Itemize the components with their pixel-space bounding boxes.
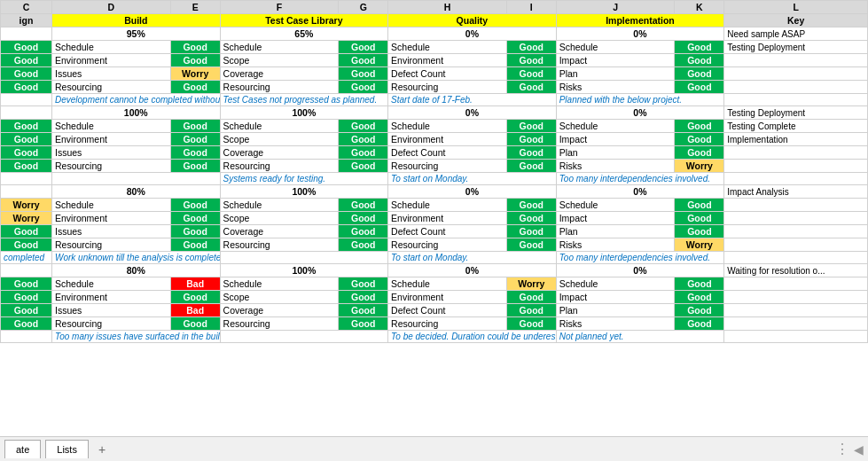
key-empty1 (724, 54, 868, 67)
pct-test3-val: 100% (220, 185, 388, 199)
note-empty1 (1, 94, 52, 106)
key-empty6 (724, 160, 868, 173)
status-good-s2-5: Good (675, 120, 724, 133)
status-worry-r2: Worry (675, 160, 724, 173)
status-good-e4-2: Good (170, 291, 220, 304)
label-schedule-j2: Schedule (556, 120, 675, 133)
note-dev-cannot: Development cannot be completed without … (51, 94, 220, 106)
pct-test1-val: 65% (220, 27, 388, 41)
label-plan-j3: Plan (556, 225, 675, 238)
scroll-indicator: ⋮ (835, 441, 849, 457)
label-impact-j2: Impact (556, 133, 675, 146)
label-coverage-f3: Coverage (220, 225, 339, 238)
col-d-header: D (51, 1, 170, 14)
pct-build3 (1, 185, 52, 199)
label-env-2: Environment (51, 133, 170, 146)
label-scope-f2: Scope (220, 133, 339, 146)
status-good-i2-1: Good (1, 146, 52, 160)
pct-build2 (1, 106, 52, 120)
pct-build1-val: 95% (51, 27, 220, 41)
col-c-header: C (1, 1, 52, 14)
label-schedule-f4: Schedule (220, 277, 339, 291)
col-k-header: K (675, 1, 724, 14)
status-good-r2-2: Good (170, 160, 220, 173)
status-good-s2-2: Good (170, 120, 220, 133)
label-coverage-f2: Coverage (220, 146, 339, 160)
status-good-res1: Good (1, 81, 52, 94)
label-resourcing-3: Resourcing (51, 238, 170, 252)
status-good-i2-3: Good (339, 146, 388, 160)
label-resourcing-f2: Resourcing (220, 160, 339, 173)
label-resourcing-h3: Resourcing (388, 238, 507, 252)
label-resourcing-h2: Resourcing (388, 160, 507, 173)
pct-quality4-val: 0% (388, 264, 557, 277)
note-empty-build2 (51, 173, 220, 185)
label-scope-f3: Scope (220, 212, 339, 225)
status-good-scope1: Good (339, 54, 388, 67)
status-good-e4-5: Good (675, 291, 724, 304)
status-good-r4-2: Good (170, 317, 220, 331)
status-good-r2-3: Good (339, 160, 388, 173)
col-h-header: H (388, 1, 507, 14)
status-good-e3-5: Good (675, 212, 724, 225)
status-bad-s4: Bad (170, 277, 220, 291)
label-resourcing-f3: Resourcing (220, 238, 339, 252)
tab-lists[interactable]: Lists (45, 440, 89, 458)
status-worry-1: Worry (170, 67, 220, 81)
pct-impl3-val: 0% (556, 185, 724, 199)
label-schedule-1: Schedule (51, 41, 170, 54)
bottom-bar: ate Lists + ⋮ ◀ (0, 436, 868, 461)
status-good-i4-1: Good (1, 304, 52, 317)
key-empty8 (724, 199, 868, 212)
scroll-right-indicator: ◀ (854, 442, 864, 457)
label-coverage-f4: Coverage (220, 304, 339, 317)
note-empty-f4 (220, 331, 388, 343)
col-e-header: E (170, 1, 220, 14)
status-good-e2-2: Good (170, 133, 220, 146)
status-good-env2: Good (170, 54, 220, 67)
label-resourcing-2: Resourcing (51, 160, 170, 173)
status-good-r4-4: Good (506, 317, 556, 331)
status-good-e4-4: Good (506, 291, 556, 304)
key-empty17 (724, 331, 868, 343)
label-impact-j4: Impact (556, 291, 675, 304)
label-resourcing-4: Resourcing (51, 317, 170, 331)
status-worry-s3-1: Worry (1, 199, 52, 212)
pct-impl2-val: 0% (556, 106, 724, 120)
label-resourcing-f4: Resourcing (220, 317, 339, 331)
status-good-e3-3: Good (339, 212, 388, 225)
label-scope-f4: Scope (220, 291, 339, 304)
label-schedule-f2: Schedule (220, 120, 339, 133)
label-resourcing-f1: Resourcing (220, 81, 339, 94)
build-header: Build (51, 14, 220, 27)
label-issues-3: Issues (51, 225, 170, 238)
key-testing-complete: Testing Complete (724, 120, 868, 133)
pct-build1 (1, 27, 52, 41)
status-good-e2-5: Good (675, 133, 724, 146)
key-empty4 (724, 94, 868, 106)
label-resourcing-1: Resourcing (51, 81, 170, 94)
status-good-impact1: Good (675, 54, 724, 67)
pct-quality3-val: 0% (388, 185, 557, 199)
key-empty13 (724, 277, 868, 291)
status-worry-r3: Worry (675, 238, 724, 252)
note-start-monday: To start on Monday. (388, 173, 557, 185)
label-schedule-2: Schedule (51, 120, 170, 133)
tab-ate[interactable]: ate (4, 440, 41, 458)
status-good-r4-5: Good (675, 317, 724, 331)
key-empty9 (724, 212, 868, 225)
label-env-h1: Environment (388, 54, 507, 67)
spreadsheet: C D E F G H I J K L ign Build Test Case … (0, 0, 868, 461)
note-empty2 (1, 173, 52, 185)
label-plan-j1: Plan (556, 67, 675, 81)
status-good-r3-2: Good (170, 238, 220, 252)
pct-impl4-val: 0% (556, 264, 724, 277)
label-schedule-4: Schedule (51, 277, 170, 291)
label-schedule-h2: Schedule (388, 120, 507, 133)
label-env-h3: Environment (388, 212, 507, 225)
add-tab-button[interactable]: + (93, 441, 111, 458)
status-good-e4-3: Good (339, 291, 388, 304)
status-good-i3-3: Good (339, 225, 388, 238)
pct-build2-val: 100% (51, 106, 220, 120)
label-env-1: Environment (51, 54, 170, 67)
